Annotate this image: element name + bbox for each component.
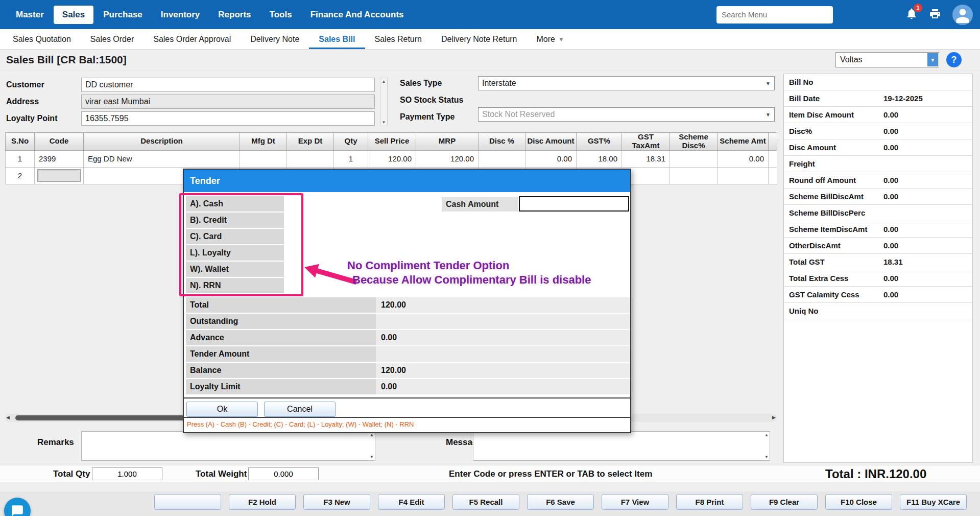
cash-amount-input[interactable] bbox=[519, 196, 629, 212]
function-key-f2-hold[interactable]: F2 Hold bbox=[229, 494, 296, 510]
panel-value[interactable]: 0.00 bbox=[883, 192, 898, 201]
panel-row-total-extra-cess: Total Extra Cess0.00 bbox=[784, 270, 972, 287]
subnav-item-sales-quotation[interactable]: Sales Quotation bbox=[3, 29, 81, 49]
scroll-left-icon[interactable]: ◀ bbox=[6, 415, 10, 420]
cell-gst-pct[interactable]: 18.00 bbox=[577, 150, 622, 167]
cell-disc-amount[interactable]: 0.00 bbox=[525, 150, 577, 167]
tender-option-wallet[interactable]: W). Wallet bbox=[186, 262, 284, 277]
col-disc-pct: Disc % bbox=[479, 133, 525, 151]
panel-value[interactable]: 19-12-2025 bbox=[883, 94, 923, 103]
cell-gst-taxamt[interactable]: 18.31 bbox=[622, 150, 670, 167]
panel-value[interactable]: 0.00 bbox=[883, 143, 898, 152]
subnav-item-delivery-note-return[interactable]: Delivery Note Return bbox=[432, 29, 527, 49]
nav-item-reports[interactable]: Reports bbox=[209, 6, 259, 24]
company-select[interactable]: Voltas ▼ bbox=[835, 52, 939, 67]
panel-value[interactable]: 0.00 bbox=[883, 241, 898, 250]
scroll-down-icon[interactable]: ▼ bbox=[764, 455, 769, 459]
cell-scheme-amt[interactable] bbox=[718, 167, 769, 184]
subnav-item-delivery-note[interactable]: Delivery Note bbox=[241, 29, 309, 49]
address-input[interactable] bbox=[81, 95, 375, 109]
ok-button[interactable]: Ok bbox=[186, 402, 258, 417]
notifications-button[interactable]: 1 bbox=[905, 8, 918, 22]
tender-option-loyalty[interactable]: L). Loyalty bbox=[186, 245, 284, 261]
cell-mrp[interactable]: 120.00 bbox=[416, 150, 479, 167]
cell-sno[interactable]: 1 bbox=[6, 150, 35, 167]
cell-code[interactable] bbox=[35, 167, 84, 184]
function-key-f4-edit[interactable]: F4 Edit bbox=[378, 494, 445, 510]
customer-input[interactable] bbox=[81, 78, 375, 92]
subnav-item-sales-bill[interactable]: Sales Bill bbox=[309, 29, 365, 49]
total-qty-input[interactable] bbox=[92, 467, 162, 480]
scroll-up-icon[interactable]: ▲ bbox=[764, 433, 769, 437]
cell-scheme-disc[interactable] bbox=[670, 150, 718, 167]
scroll-right-icon[interactable]: ▶ bbox=[772, 415, 776, 420]
cancel-button[interactable]: Cancel bbox=[264, 402, 336, 417]
tender-option-credit[interactable]: B). Credit bbox=[186, 213, 284, 228]
cell-code[interactable]: 2399 bbox=[35, 150, 84, 167]
remarks-textarea[interactable] bbox=[82, 432, 375, 460]
function-key-f7-view[interactable]: F7 View bbox=[602, 494, 668, 510]
subnav-item-sales-order[interactable]: Sales Order bbox=[81, 29, 144, 49]
cell-scheme-disc[interactable] bbox=[670, 167, 718, 184]
message-textarea[interactable] bbox=[473, 432, 770, 460]
panel-value[interactable]: 0.00 bbox=[883, 127, 898, 135]
help-button[interactable]: ? bbox=[946, 52, 962, 67]
panel-value[interactable]: 0.00 bbox=[883, 274, 898, 283]
customer-label: Customer bbox=[6, 78, 44, 92]
sales-type-select[interactable]: Interstate ▼ bbox=[478, 76, 775, 90]
nav-item-purchase[interactable]: Purchase bbox=[94, 6, 151, 24]
function-key-f6-save[interactable]: F6 Save bbox=[527, 494, 594, 510]
panel-label: Scheme BillDiscPerc bbox=[789, 208, 883, 217]
summary-row-total: Total120.00 bbox=[186, 297, 630, 314]
active-code-input[interactable] bbox=[37, 169, 81, 182]
summary-label: Tender Amount bbox=[186, 346, 376, 362]
subnav-item-sales-return[interactable]: Sales Return bbox=[365, 29, 432, 49]
cell-disc-pct[interactable] bbox=[479, 150, 525, 167]
chevron-down-icon: ▼ bbox=[558, 36, 564, 43]
scroll-down-icon[interactable]: ▼ bbox=[380, 120, 387, 125]
print-button[interactable] bbox=[929, 8, 941, 22]
cell-qty[interactable]: 1 bbox=[334, 150, 368, 167]
function-key-f9-clear[interactable]: F9 Clear bbox=[751, 494, 818, 510]
tender-dialog: Tender A). Cash B). Credit C). Card L). … bbox=[183, 169, 631, 433]
cell-description[interactable]: Egg DD New bbox=[84, 150, 240, 167]
nav-item-tools[interactable]: Tools bbox=[261, 6, 301, 24]
nav-item-master[interactable]: Master bbox=[7, 6, 53, 24]
nav-item-sales[interactable]: Sales bbox=[54, 6, 93, 24]
function-key-f1[interactable] bbox=[154, 494, 221, 510]
so-stock-status-select[interactable]: Stock Not Reserved ▼ bbox=[478, 107, 775, 122]
total-weight-input[interactable] bbox=[248, 467, 319, 480]
cell-mfg-dt[interactable] bbox=[240, 150, 287, 167]
summary-value: 0.00 bbox=[376, 330, 630, 345]
summary-value bbox=[376, 314, 630, 329]
cell-exp-dt[interactable] bbox=[287, 150, 334, 167]
panel-value[interactable]: 0.00 bbox=[883, 176, 898, 184]
panel-value[interactable]: 0.00 bbox=[883, 290, 898, 299]
tender-option-rrn[interactable]: N). RRN bbox=[186, 278, 284, 293]
summary-row-tender-amount: Tender Amount bbox=[186, 346, 630, 363]
scroll-up-icon[interactable]: ▲ bbox=[380, 79, 387, 84]
nav-item-finance[interactable]: Finance And Accounts bbox=[302, 6, 413, 24]
loyalty-point-label: Loyalty Point bbox=[6, 111, 57, 126]
scroll-down-icon[interactable]: ▼ bbox=[370, 455, 374, 459]
cell-scheme-amt[interactable]: 0.00 bbox=[718, 150, 769, 167]
panel-value[interactable]: 0.00 bbox=[883, 110, 898, 119]
function-key-f3-new[interactable]: F3 New bbox=[303, 494, 370, 510]
search-input[interactable] bbox=[716, 6, 833, 24]
cell-sell-price[interactable]: 120.00 bbox=[368, 150, 416, 167]
tender-option-cash[interactable]: A). Cash bbox=[186, 196, 284, 212]
cell-sno[interactable]: 2 bbox=[6, 167, 35, 184]
subnav-item-more[interactable]: More▼ bbox=[527, 29, 574, 49]
tender-option-card[interactable]: C). Card bbox=[186, 229, 284, 244]
function-key-f10-close[interactable]: F10 Close bbox=[825, 494, 892, 510]
function-key-f11-buy-xcare[interactable]: F11 Buy XCare bbox=[900, 494, 967, 510]
panel-value[interactable]: 0.00 bbox=[883, 225, 898, 233]
loyalty-point-input[interactable] bbox=[81, 111, 375, 126]
function-key-f5-recall[interactable]: F5 Recall bbox=[452, 494, 519, 510]
nav-item-inventory[interactable]: Inventory bbox=[152, 6, 209, 24]
panel-value[interactable]: 18.31 bbox=[883, 257, 903, 266]
avatar[interactable] bbox=[952, 5, 973, 25]
customer-form-scrollbar[interactable]: ▲ ▼ bbox=[380, 78, 388, 126]
function-key-f8-print[interactable]: F8 Print bbox=[676, 494, 743, 510]
subnav-item-sales-order-approval[interactable]: Sales Order Approval bbox=[144, 29, 241, 49]
